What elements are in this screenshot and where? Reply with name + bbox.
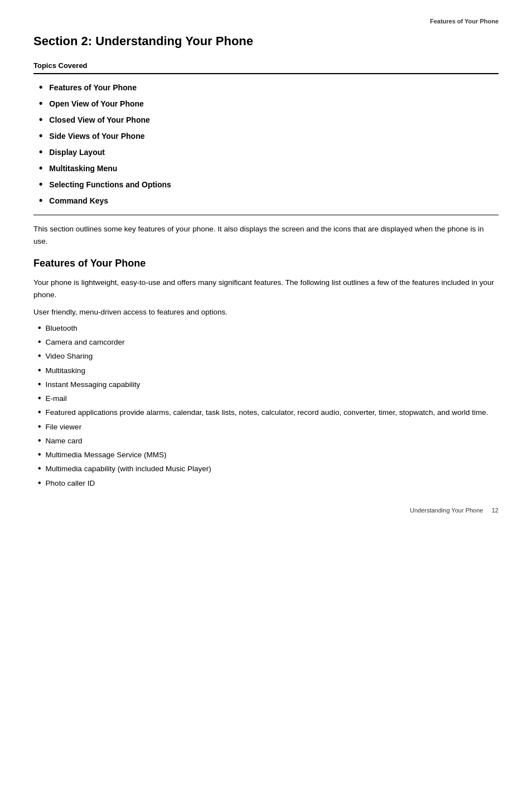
list-item: Name card: [38, 436, 499, 447]
list-item: Multimedia Message Service (MMS): [38, 449, 499, 461]
section-title: Section 2: Understanding Your Phone: [33, 32, 499, 50]
list-item: Side Views of Your Phone: [39, 130, 499, 142]
top-divider: [33, 73, 499, 74]
list-item: Open View of Your Phone: [39, 98, 499, 110]
features-subtitle: User friendly, menu-driven access to fea…: [33, 306, 499, 318]
list-item: Photo caller ID: [38, 478, 499, 489]
footer-label: Understanding Your Phone: [410, 507, 483, 514]
topics-covered-label: Topics Covered: [33, 60, 499, 71]
header-label: Features of Your Phone: [33, 17, 499, 26]
list-item: Selecting Functions and Options: [39, 179, 499, 191]
list-item: Featured applications provide alarms, ca…: [38, 407, 499, 418]
intro-text: This section outlines some key features …: [33, 223, 499, 247]
list-item: File viewer: [38, 422, 499, 433]
features-heading: Features of Your Phone: [33, 256, 499, 271]
list-item: Camera and camcorder: [38, 337, 499, 348]
middle-divider: [33, 215, 499, 215]
topics-list: Features of Your Phone Open View of Your…: [39, 82, 499, 207]
list-item: Features of Your Phone: [39, 82, 499, 94]
list-item: E-mail: [38, 393, 499, 404]
list-item: Command Keys: [39, 195, 499, 207]
list-item: Display Layout: [39, 147, 499, 158]
features-description: Your phone is lightweight, easy-to-use a…: [33, 277, 499, 301]
list-item: Multitasking: [38, 365, 499, 376]
footer: Understanding Your Phone 12: [33, 506, 499, 515]
list-item: Multimedia capability (with included Mus…: [38, 463, 499, 475]
list-item: Instant Messaging capability: [38, 379, 499, 390]
list-item: Multitasking Menu: [39, 163, 499, 175]
list-item: Video Sharing: [38, 351, 499, 362]
list-item: Closed View of Your Phone: [39, 114, 499, 126]
list-item: Bluetooth: [38, 323, 499, 334]
features-list: Bluetooth Camera and camcorder Video Sha…: [38, 323, 499, 489]
footer-page: 12: [492, 507, 499, 514]
